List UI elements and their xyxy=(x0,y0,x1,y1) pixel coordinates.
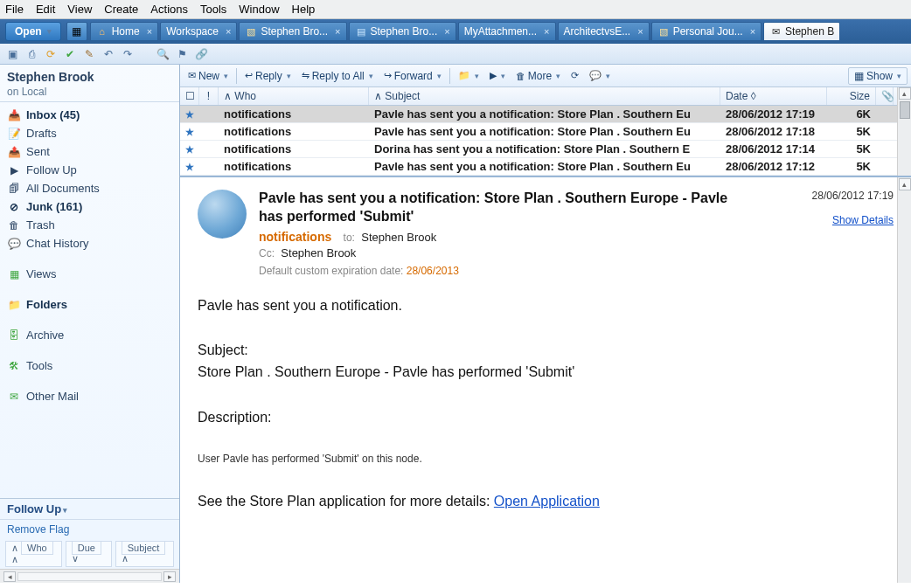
sidebar-item-views[interactable]: ▦Views xyxy=(0,265,179,283)
scroll-up-icon[interactable]: ▴ xyxy=(899,178,911,190)
tab-workspace[interactable]: Workspace× xyxy=(160,22,237,41)
undo-icon[interactable]: ↶ xyxy=(101,47,115,61)
preview-header: Pavle has sent you a notification: Store… xyxy=(180,177,911,282)
refresh-button[interactable]: ⟳ xyxy=(567,68,583,83)
home-icon: ⌂ xyxy=(96,25,108,38)
preview-vertical-scrollbar[interactable]: ▴ xyxy=(897,177,911,583)
star-icon[interactable]: ★ xyxy=(180,158,199,175)
tab-myattachments[interactable]: MyAttachmen...× xyxy=(458,22,556,41)
remove-flag-link[interactable]: Remove Flag xyxy=(0,520,179,539)
star-icon[interactable]: ★ xyxy=(180,106,199,122)
close-icon[interactable]: × xyxy=(335,26,340,37)
reply-button[interactable]: ↩Reply▾ xyxy=(240,68,296,84)
message-row[interactable]: ★ notifications Pavle has sent you a not… xyxy=(180,106,911,123)
bookmark-icon[interactable]: ⚑ xyxy=(175,47,189,61)
sidebar-item-sent[interactable]: 📤Sent xyxy=(0,142,179,161)
tab-label: Stephen Bro... xyxy=(371,25,438,38)
close-icon[interactable]: × xyxy=(637,26,643,37)
sidebar-item-inbox[interactable]: 📥Inbox (45) xyxy=(0,106,179,124)
col-attach[interactable]: 📎 xyxy=(876,87,894,105)
tab-label: Stephen Bro... xyxy=(261,25,328,38)
menu-window[interactable]: Window xyxy=(239,3,279,16)
chat-button[interactable]: 💬▾ xyxy=(585,68,615,83)
reply-all-button[interactable]: ⇋Reply to All▾ xyxy=(297,68,378,84)
sidebar-item-alldocs[interactable]: 🗐All Documents xyxy=(0,179,179,197)
close-icon[interactable]: × xyxy=(750,26,755,37)
forward-button[interactable]: ↪Forward▾ xyxy=(379,68,446,84)
preview-from: notifications xyxy=(259,230,331,244)
col-who[interactable]: ∧ Who xyxy=(219,87,369,105)
menu-create[interactable]: Create xyxy=(104,3,138,16)
edit-icon[interactable]: ✎ xyxy=(82,47,96,61)
show-details-link[interactable]: Show Details xyxy=(762,214,894,226)
open-application-link[interactable]: Open Application xyxy=(494,494,600,508)
fu-col-due[interactable]: Due ∨ xyxy=(66,541,112,567)
list-vertical-scrollbar[interactable]: ▴ xyxy=(897,87,911,176)
tab-stephen-2[interactable]: ▤Stephen Bro...× xyxy=(349,22,456,41)
tab-stephen-1[interactable]: ▧Stephen Bro...× xyxy=(239,22,346,41)
save-icon[interactable]: ▣ xyxy=(5,47,19,61)
tab-home[interactable]: ⌂Home× xyxy=(90,22,158,41)
search-icon[interactable]: 🔍 xyxy=(156,47,170,61)
fu-col-who[interactable]: ∧ Who ∧ xyxy=(5,541,62,567)
open-button[interactable]: Open ▾ xyxy=(5,22,61,41)
message-row[interactable]: ★ notifications Dorina has sent you a no… xyxy=(180,141,911,158)
menu-file[interactable]: File xyxy=(5,3,24,16)
col-priority[interactable]: ! xyxy=(199,87,219,105)
menu-view[interactable]: View xyxy=(67,3,92,16)
refresh-icon[interactable]: ⟳ xyxy=(44,47,58,61)
scroll-left-icon[interactable]: ◂ xyxy=(3,571,16,582)
scroll-right-icon[interactable]: ▸ xyxy=(163,571,176,582)
star-icon[interactable]: ★ xyxy=(180,141,199,157)
check-icon[interactable]: ✔ xyxy=(63,47,77,61)
menu-actions[interactable]: Actions xyxy=(150,3,188,16)
sidebar-item-trash[interactable]: 🗑Trash xyxy=(0,216,179,234)
sidebar-item-archive[interactable]: 🗄Archive xyxy=(0,326,179,344)
delete-button[interactable]: 🗑More▾ xyxy=(511,68,565,84)
horizontal-scrollbar[interactable]: ◂ ▸ xyxy=(0,569,179,583)
chevron-down-icon: ▾ xyxy=(224,72,228,80)
body-subject: Store Plan . Southern Europe - Pavle has… xyxy=(198,361,894,384)
tab-grid-icon[interactable]: ▦ xyxy=(66,22,87,41)
close-icon[interactable]: × xyxy=(147,26,152,37)
sidebar-item-chat[interactable]: 💬Chat History xyxy=(0,234,179,252)
sidebar-item-drafts[interactable]: 📝Drafts xyxy=(0,124,179,142)
scroll-track[interactable] xyxy=(17,572,162,581)
sidebar-item-othermail[interactable]: ✉Other Mail xyxy=(0,387,179,405)
redo-icon[interactable]: ↷ xyxy=(121,47,135,61)
show-button[interactable]: ▦Show▾ xyxy=(848,67,908,85)
menu-help[interactable]: Help xyxy=(292,3,316,16)
sidebar-item-tools[interactable]: 🛠Tools xyxy=(0,356,179,375)
followup-header[interactable]: Follow Up▾ xyxy=(0,499,179,520)
star-icon[interactable]: ★ xyxy=(180,123,199,140)
new-button[interactable]: ✉New▾ xyxy=(184,68,233,84)
col-subject[interactable]: ∧ Subject xyxy=(369,87,720,105)
grid-icon: ▦ xyxy=(854,70,864,82)
menu-tools[interactable]: Tools xyxy=(200,3,226,16)
sidebar-item-label: Chat History xyxy=(26,237,89,250)
body-description: User Pavle has performed 'Submit' on thi… xyxy=(198,451,894,467)
menu-edit[interactable]: Edit xyxy=(36,3,55,16)
scroll-up-icon[interactable]: ▴ xyxy=(899,87,911,100)
col-select[interactable]: ☐ xyxy=(180,87,199,105)
tab-personal-journal[interactable]: ▧Personal Jou...× xyxy=(651,22,761,41)
fu-col-subject[interactable]: Subject ∧ xyxy=(115,541,174,567)
sidebar-item-folders[interactable]: 📁Folders xyxy=(0,295,179,314)
tab-architects[interactable]: ArchitectvsE...× xyxy=(558,22,650,41)
mail-action-bar: ✉New▾ ↩Reply▾ ⇋Reply to All▾ ↪Forward▾ 📁… xyxy=(180,65,911,87)
link-icon[interactable]: 🔗 xyxy=(194,47,208,61)
message-row[interactable]: ★ notifications Pavle has sent you a not… xyxy=(180,123,911,141)
sidebar-item-junk[interactable]: ⊘Junk (161) xyxy=(0,197,179,216)
flag-button[interactable]: ▶▾ xyxy=(485,68,510,83)
close-icon[interactable]: × xyxy=(444,26,449,37)
print-icon[interactable]: ⎙ xyxy=(24,47,38,61)
col-size[interactable]: Size xyxy=(827,87,876,105)
sidebar-item-followup[interactable]: ▶Follow Up xyxy=(0,161,179,179)
message-row[interactable]: ★ notifications Pavle has sent you a not… xyxy=(180,158,911,176)
scroll-thumb[interactable] xyxy=(900,101,910,119)
folder-move-button[interactable]: 📁▾ xyxy=(454,68,483,83)
tab-stephen-active[interactable]: ✉Stephen B xyxy=(763,22,840,41)
close-icon[interactable]: × xyxy=(226,26,231,37)
col-date[interactable]: Date ◊ xyxy=(720,87,827,105)
close-icon[interactable]: × xyxy=(544,26,549,37)
